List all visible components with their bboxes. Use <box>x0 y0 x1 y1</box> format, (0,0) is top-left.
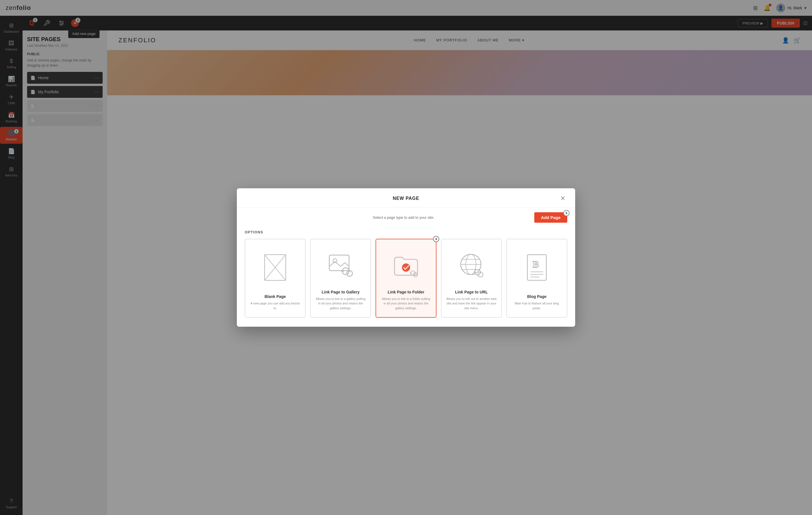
option-desc: A new page you can add any blocks to. <box>250 301 300 310</box>
option-desc: Allows you to link to a folder pulling i… <box>381 297 431 311</box>
modal-title: NEW PAGE <box>254 196 558 201</box>
option-desc: Allows you to link to a gallery pulling … <box>315 297 366 311</box>
option-title: Link Page to URL <box>455 290 488 294</box>
modal-close-button[interactable]: ✕ <box>558 194 567 203</box>
option-blank-page[interactable]: Blank Page A new page you can add any bl… <box>245 239 306 318</box>
option-title: Blog Page <box>527 294 546 299</box>
new-page-modal: NEW PAGE ✕ Select a page type to add to … <box>237 188 575 327</box>
modal-header: NEW PAGE ✕ <box>237 188 575 208</box>
modal-hint: Select a page type to add to your site. <box>373 215 434 220</box>
svg-text:B: B <box>532 259 539 270</box>
blog-page-icon: B <box>523 246 551 289</box>
step-badge-5: 5 <box>563 210 570 216</box>
modal-subheader: Select a page type to add to your site. … <box>237 208 575 227</box>
url-link-icon <box>457 246 486 284</box>
modal-add-page-button[interactable]: Add Page <box>534 212 567 223</box>
options-label: OPTIONS <box>245 230 567 234</box>
folder-link-icon <box>392 246 420 284</box>
option-desc: Main hub to feature all your blog posts. <box>512 301 562 310</box>
modal-overlay[interactable]: NEW PAGE ✕ Select a page type to add to … <box>0 0 812 515</box>
blank-page-icon <box>261 246 289 289</box>
option-link-folder[interactable]: 4 <box>376 239 436 318</box>
option-link-url[interactable]: Link Page to URL Allows you to link out … <box>441 239 502 318</box>
option-blog-page[interactable]: B Blog Page Main hub to feature all your… <box>506 239 567 318</box>
options-grid: Blank Page A new page you can add any bl… <box>245 239 567 318</box>
gallery-link-icon <box>326 246 355 284</box>
modal-body: OPTIONS Blank Page A new page you can ad… <box>237 227 575 327</box>
option-title: Link Page to Gallery <box>322 290 360 294</box>
option-title: Link Page to Folder <box>388 290 424 294</box>
option-desc: Allows you to link out to another web si… <box>446 297 497 311</box>
svg-point-12 <box>333 259 337 263</box>
option-title: Blank Page <box>264 294 286 299</box>
option-link-gallery[interactable]: Link Page to Gallery Allows you to link … <box>310 239 371 318</box>
svg-rect-11 <box>329 255 349 271</box>
svg-point-15 <box>402 264 410 272</box>
step-badge-4: 4 <box>433 236 439 242</box>
